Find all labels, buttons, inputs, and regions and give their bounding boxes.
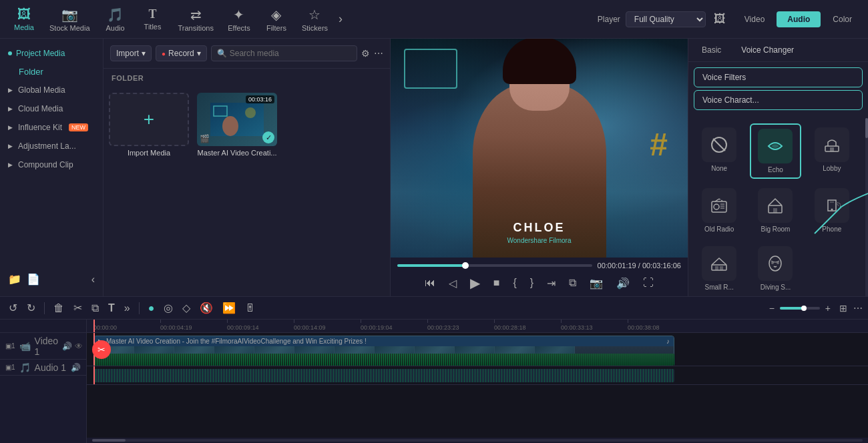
nav-item-transitions[interactable]: ⇄ Transitions xyxy=(172,4,220,35)
zoom-in-button[interactable]: + xyxy=(823,302,833,315)
diving-icon xyxy=(766,254,785,273)
grid-button[interactable]: ⊞ xyxy=(836,301,851,316)
frame-back-button[interactable]: ◁ xyxy=(446,276,459,291)
keyframe-tool[interactable]: ◇ xyxy=(179,300,194,316)
beat-tool[interactable]: ◎ xyxy=(160,300,176,316)
stop-button[interactable]: ■ xyxy=(491,276,503,290)
nav-item-stickers[interactable]: ☆ Stickers xyxy=(295,4,335,35)
phone-label: Phone xyxy=(822,226,841,233)
tab-color[interactable]: Color xyxy=(822,11,863,27)
effects-icon: ✦ xyxy=(233,7,244,23)
voice-item-lobby[interactable]: Lobby xyxy=(807,123,857,179)
sidebar-item-cloud-media[interactable]: ▶ Cloud Media xyxy=(0,99,103,118)
voice-item-big-room[interactable]: Big Room xyxy=(750,184,801,237)
filter-icon[interactable]: ⚙ xyxy=(361,48,370,59)
none-label: None xyxy=(711,165,727,172)
audio-adj-tool[interactable]: 🎚 xyxy=(242,300,259,316)
mark-in-button[interactable]: { xyxy=(510,276,519,290)
sidebar-item-project-media[interactable]: Project Media xyxy=(0,44,103,63)
eye-icon[interactable]: 👁 xyxy=(75,342,83,351)
voice-item-echo[interactable]: Echo xyxy=(750,123,801,179)
redo-button[interactable]: ↻ xyxy=(23,300,39,316)
audio-btn[interactable]: 🔊 xyxy=(614,276,632,291)
play-button[interactable]: ▶ xyxy=(467,274,483,292)
zoom-out-button[interactable]: − xyxy=(767,302,777,315)
more-options-icon[interactable]: ⋯ xyxy=(374,48,383,59)
nav-item-media[interactable]: 🖼 Media xyxy=(5,4,43,34)
search-input[interactable] xyxy=(230,49,351,58)
voice-item-none[interactable]: None xyxy=(694,123,744,179)
voice-item-small-room[interactable]: Small R... xyxy=(694,242,744,295)
cut-button[interactable]: ✂ xyxy=(70,300,85,316)
neon-frame-overlay xyxy=(404,49,457,89)
snapshot-icon[interactable]: 🖼 xyxy=(714,12,726,26)
import-media-item[interactable]: + Import Media xyxy=(109,93,189,157)
overlay-button[interactable]: ⧉ xyxy=(566,276,579,290)
voice-item-phone[interactable]: Phone xyxy=(807,184,857,237)
voice-item-diving[interactable]: Diving S... xyxy=(750,242,801,295)
sidebar-folder-item[interactable]: Folder xyxy=(0,63,103,81)
lobby-icon xyxy=(823,135,841,154)
step-back-button[interactable]: ⏮ xyxy=(422,276,438,290)
record-button[interactable]: ● Record ▾ xyxy=(156,45,207,61)
big-room-label: Big Room xyxy=(761,226,791,233)
timeline-ruler: 00:00:00 00:00:04:19 00:00:09:14 00:00:1… xyxy=(87,320,868,333)
tab-video[interactable]: Video xyxy=(734,11,775,27)
silence-tool[interactable]: 🔇 xyxy=(196,300,216,316)
tracks-container: ✂ ▶ Master AI Video Creation - Join the … xyxy=(87,333,868,438)
voice-item-old-radio[interactable]: Old Radio xyxy=(694,184,744,237)
track-label-video1: ▣1 📹 Video 1 🔊 👁 xyxy=(0,333,86,360)
timeline-more-button[interactable]: ⋯ xyxy=(853,303,863,314)
nav-item-effects[interactable]: ✦ Effects xyxy=(220,4,258,35)
video-thumb[interactable]: 00:03:16 ✓ 🎬 xyxy=(197,93,277,146)
delete-button[interactable]: 🗑 xyxy=(50,300,67,316)
old-radio-icon xyxy=(710,196,728,215)
import-thumb[interactable]: + xyxy=(109,93,189,146)
time-display: 00:00:01:19 / 00:03:16:06 xyxy=(598,262,681,270)
video-media-item[interactable]: 00:03:16 ✓ 🎬 Master AI Video Creati... xyxy=(197,93,277,157)
snap-tool[interactable]: ● xyxy=(145,300,158,316)
tick-0: 00:00:00 xyxy=(93,320,160,331)
tab-audio[interactable]: Audio xyxy=(777,11,821,27)
split-button[interactable]: ⧉ xyxy=(88,300,102,316)
nav-item-titles[interactable]: T Titles xyxy=(134,5,172,33)
sub-tab-voice-changer[interactable]: Voice Changer xyxy=(733,43,802,57)
nav-item-stock[interactable]: 📷 Stock Media xyxy=(43,4,97,35)
text-tool[interactable]: T xyxy=(105,300,118,316)
nav-item-filters[interactable]: ◈ Filters xyxy=(258,4,295,35)
scrubber-bar[interactable] xyxy=(397,264,592,267)
audio-icon: 🎵 xyxy=(19,362,31,373)
scroll-bar[interactable] xyxy=(865,118,868,296)
audio-mute-icon[interactable]: 🔊 xyxy=(71,363,81,372)
sidebar-item-adjustment[interactable]: ▶ Adjustment La... xyxy=(0,137,103,155)
sub-tab-basic[interactable]: Basic xyxy=(694,43,729,57)
scroll-track[interactable] xyxy=(92,439,863,442)
svg-point-20 xyxy=(769,256,781,271)
nav-item-audio[interactable]: 🎵 Audio xyxy=(97,4,134,35)
collapse-sidebar-button[interactable]: ‹ xyxy=(91,274,95,286)
audio-track-icons: 🔊 xyxy=(71,363,81,372)
add-item-icon[interactable]: 📄 xyxy=(27,273,40,286)
main-area: Project Media Folder ▶ Global Media ▶ Cl… xyxy=(0,39,868,296)
small-room-icon-box xyxy=(702,246,736,281)
add-folder-icon[interactable]: 📁 xyxy=(8,273,21,286)
mute-icon[interactable]: 🔊 xyxy=(62,342,72,351)
voice-characters-button[interactable]: Voice Charact... xyxy=(694,90,863,110)
sidebar-item-compound-clip[interactable]: ▶ Compound Clip xyxy=(0,155,103,174)
voice-filters-button[interactable]: Voice Filters xyxy=(694,67,863,87)
audio-clip[interactable] xyxy=(93,369,674,382)
fullscreen-button[interactable]: ⛶ xyxy=(640,276,656,290)
sidebar-item-influence-kit[interactable]: ▶ Influence Kit NEW xyxy=(0,118,103,137)
speed-tool[interactable]: ⏩ xyxy=(219,300,239,316)
quality-select[interactable]: Full Quality Half Quality Quarter Qualit… xyxy=(626,11,706,27)
snapshot-btn[interactable]: 📷 xyxy=(587,276,606,291)
nav-more-button[interactable]: › xyxy=(335,9,347,29)
sidebar-item-global-media[interactable]: ▶ Global Media xyxy=(0,81,103,99)
undo-button[interactable]: ↺ xyxy=(5,300,21,316)
zoom-slider[interactable] xyxy=(780,307,820,310)
insert-button[interactable]: ⇥ xyxy=(544,276,558,291)
more-tools-button[interactable]: » xyxy=(121,300,134,316)
mark-out-button[interactable]: } xyxy=(527,276,536,290)
timeline-toolbar: ↺ ↻ 🗑 ✂ ⧉ T » ● ◎ ◇ 🔇 ⏩ 🎚 − + ⊞ ⋯ xyxy=(0,297,868,320)
import-button[interactable]: Import ▾ xyxy=(110,45,152,61)
